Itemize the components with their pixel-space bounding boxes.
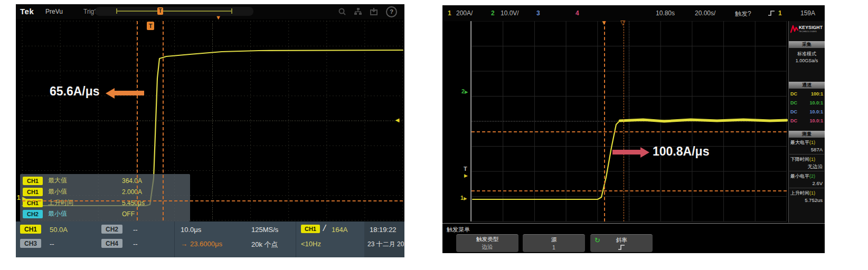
menu-title: 触发菜单 <box>447 226 470 234</box>
trigger-source-badge[interactable]: CH1 <box>301 225 320 233</box>
measurement-value: 2.6V <box>812 180 823 186</box>
ch3-number[interactable]: 3 <box>536 9 540 17</box>
cursor-a-vertical <box>137 21 138 220</box>
channel3-coupling-row[interactable]: DC 10.0:1 <box>789 108 825 116</box>
measurement-label: 最小值 <box>48 209 122 218</box>
trigger-level-marker-icon: ◄ <box>394 116 401 124</box>
channel-badge[interactable]: CH1 <box>23 177 43 185</box>
measurement-label: 最大值 <box>48 176 122 185</box>
measurement-name: 下降时间 <box>790 157 809 162</box>
tek-logo: Tek <box>20 7 34 16</box>
ch4-scale: -- <box>133 240 138 248</box>
measurement-overlay: CH1 最大值 364.0A CH1 最小值 2.000A CH1 上升时间 5… <box>20 174 190 221</box>
measurement-value: 无边沿 <box>808 163 823 170</box>
rotate-select-icon: ↻ <box>595 236 600 244</box>
ch1-badge[interactable]: CH1 <box>20 225 41 234</box>
search-zoom-icon[interactable] <box>338 7 346 16</box>
trigger-type-softkey[interactable]: 触发类型 边沿 <box>456 234 518 252</box>
cursor-b-vertical <box>163 21 164 220</box>
trigger-level-readout: 159A <box>800 9 815 17</box>
ch2-scale: -- <box>133 226 138 234</box>
trigger-position-caret-icon: ▼ <box>601 20 607 25</box>
probe-ratio: 100:1 <box>811 90 823 98</box>
channel1-marker-arrow-icon: ▶ <box>22 196 26 201</box>
trigger-position-flag-icon[interactable]: T <box>157 7 163 15</box>
trigger-level-marker: T <box>464 166 467 172</box>
trigger-menu-bar: 触发菜单 触发类型 边沿 源 1 ↻ 斜率 <box>442 223 825 253</box>
measurement-channel: (1) <box>809 190 815 196</box>
measurement-label: 下降时间(1) <box>790 156 815 163</box>
acquisition-section-header: 采集 <box>789 41 825 48</box>
channel2-coupling-row[interactable]: DC 10.0:1 <box>789 99 825 107</box>
delay-caret-icon: ▽ <box>620 20 625 25</box>
delay-arrow-icon: → <box>181 240 187 248</box>
measurement-value: 5.752us <box>805 197 823 203</box>
sample-rate-readout: 125MS/s <box>251 226 278 234</box>
probe-ratio: 10.0:1 <box>809 108 823 116</box>
keysight-logo: KEYSIGHT TECHNOLOGIES <box>790 23 824 40</box>
trigger-slope-softkey[interactable]: ↻ 斜率 <box>590 234 653 252</box>
ch2-badge[interactable]: CH2 <box>101 225 122 234</box>
help-icon[interactable]: ? <box>386 6 397 17</box>
trigger-source-softkey[interactable]: 源 1 <box>523 234 585 252</box>
softkey-value: 边沿 <box>482 244 493 251</box>
trigger-frequency-readout: <10Hz <box>301 240 321 248</box>
measurement-label: 最大电平(1) <box>790 139 815 146</box>
measurement-name: 最大电平 <box>790 140 809 145</box>
trigger-status: 触发? <box>735 9 751 18</box>
ch1-number[interactable]: 1 <box>448 9 451 17</box>
coupling: DC <box>790 108 797 116</box>
horizontal-reference-cursor <box>22 200 403 201</box>
channel1-ground-marker: 1▶ <box>460 195 467 201</box>
tek-toolbar: Tek PreVu Trig? T <box>16 4 404 19</box>
trigger-flag-icon: T <box>147 22 154 30</box>
toolbar-icon-group <box>338 7 378 16</box>
trigger-time-cursor <box>604 21 605 221</box>
lower-threshold-cursor <box>471 190 787 191</box>
keysight-header-bar: 1 200A/ 2 10.0V/ 3 4 10.80s 20.00s/ 触发? … <box>442 5 825 21</box>
save-export-icon[interactable] <box>370 7 378 16</box>
channel2-marker-arrow-icon: ▶ <box>465 90 468 94</box>
keysight-waveform-graticule <box>442 21 788 223</box>
measurement-name: 上升时间 <box>790 190 809 196</box>
ch4-badge[interactable]: CH4 <box>101 239 122 248</box>
ch3-badge[interactable]: CH3 <box>20 239 41 248</box>
coupling: DC <box>790 99 797 107</box>
channel-badge[interactable]: CH2 <box>23 210 43 218</box>
measure-section-header: 测量 <box>789 131 825 138</box>
horizontal-position-indicator[interactable]: T <box>95 7 253 16</box>
channel1-coupling-row[interactable]: DC 100:1 <box>789 90 825 98</box>
ch4-number[interactable]: 4 <box>575 9 579 17</box>
trigger-source: 1 <box>778 9 782 17</box>
ch1-scale: 200A/ <box>456 9 473 17</box>
measurement-value: 587A <box>811 147 823 152</box>
softkey-label: 源 <box>551 236 557 244</box>
rising-edge-icon <box>768 10 775 16</box>
measurement-value: 2.000A <box>122 188 142 196</box>
tek-oscilloscope-screen: Tek PreVu Trig? T <box>16 4 404 257</box>
divider <box>174 221 175 257</box>
measurement-channel: (1) <box>809 140 815 145</box>
measurement-label: 最小值 <box>48 187 122 196</box>
channels-section-header: 通道 <box>789 82 825 89</box>
measurement-row: CH1 最大值 364.0A <box>20 175 190 186</box>
keysight-spark-icon <box>790 24 798 34</box>
measurement-row: CH2 最小值 OFF <box>20 208 190 219</box>
timebase-readout: 10.0μs <box>181 226 201 234</box>
measurement-value: OFF <box>122 210 135 218</box>
delay-reference-cursor <box>624 21 624 221</box>
ch3-scale: -- <box>50 240 54 248</box>
timebase-readout: 20.00s/ <box>695 9 715 17</box>
trigger-level-arrow-icon: ▶ <box>464 173 468 179</box>
delay-readout: 23.6000μs <box>190 240 222 248</box>
annotation-arrow-shaft <box>114 91 144 95</box>
channel1-marker-number: 1 <box>17 194 21 201</box>
coupling: DC <box>790 90 797 98</box>
channel4-coupling-row[interactable]: DC 10.0:1 <box>789 117 825 125</box>
channel1-ground-marker: 1 ▶ <box>17 194 26 201</box>
slew-rate-annotation: 65.6A/μs <box>50 84 100 99</box>
measurement-channel: (1) <box>809 157 815 162</box>
network-icon[interactable] <box>354 7 362 16</box>
ch2-number[interactable]: 2 <box>491 9 495 17</box>
channel2-ground-marker: 2▶ <box>461 89 468 95</box>
